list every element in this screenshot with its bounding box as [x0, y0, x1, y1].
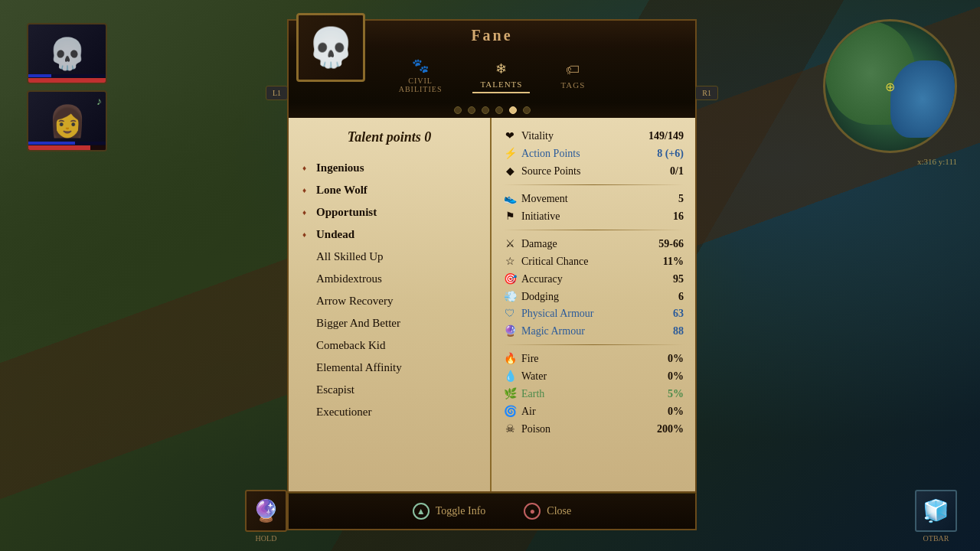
- air-value: 0%: [668, 406, 684, 418]
- fire-value: 0%: [668, 353, 684, 365]
- dodging-label: Dodging: [521, 291, 559, 303]
- talent-bigger-and-better[interactable]: Bigger And Better: [296, 312, 482, 334]
- accuracy-value: 95: [673, 273, 684, 285]
- accuracy-label: Accuracy: [521, 273, 563, 285]
- talent-points-value: 0: [424, 129, 431, 145]
- talent-elemental-affinity[interactable]: Elemental Affinity: [296, 357, 482, 379]
- talent-undead-label: Undead: [316, 228, 354, 241]
- physical-armour-value: 63: [673, 308, 684, 320]
- char-card-1[interactable]: 💀: [27, 23, 107, 84]
- initiative-icon: ⚑: [503, 210, 517, 223]
- tab-civil-abilities[interactable]: 🐾 CIVIL ABILITIES: [391, 54, 450, 96]
- r1-button[interactable]: R1: [695, 86, 718, 100]
- close-button[interactable]: ● Close: [524, 503, 571, 520]
- source-points-value: 0/1: [670, 165, 684, 178]
- vitality-label: Vitality: [521, 130, 554, 142]
- water-label: Water: [521, 370, 547, 383]
- talent-ingenious[interactable]: ♦ Ingenious: [296, 157, 482, 179]
- talent-arrow-recovery[interactable]: Arrow Recovery: [296, 290, 482, 312]
- stat-damage: ⚔ Damage 59-66: [503, 235, 684, 253]
- movement-icon: 👟: [503, 192, 517, 205]
- action-points-label: Action Points: [521, 148, 580, 160]
- earth-icon: 🌿: [503, 387, 517, 400]
- char-card-2[interactable]: 👩 ♪: [27, 90, 107, 152]
- hotbar-right: 🧊 OTBAR: [915, 490, 957, 532]
- talent-lone-wolf[interactable]: ♦ Lone Wolf: [296, 179, 482, 201]
- stat-water: 💧 Water 0%: [503, 367, 684, 385]
- health-bar-1: [28, 78, 106, 83]
- main-panel: 💀 Fane L1 R1 🐾 CIVIL ABILITIES ❄ TALENTS…: [287, 19, 697, 551]
- fire-label: Fire: [521, 353, 539, 365]
- hotbar-left: 🔮 HOLD: [245, 490, 287, 532]
- nav-dot-2[interactable]: [468, 106, 475, 114]
- bottom-bar: ▲ Toggle Info ● Close: [287, 493, 697, 530]
- stat-air: 🌀 Air 0%: [503, 403, 684, 420]
- tab-tags[interactable]: 🏷 TAGS: [553, 59, 593, 93]
- poison-value: 200%: [657, 423, 684, 435]
- action-points-value: 8 (+6): [657, 148, 684, 160]
- stat-action-points: ⚡ Action Points 8 (+6): [503, 145, 684, 162]
- talent-executioner[interactable]: Executioner: [296, 401, 482, 423]
- hotbar-otbar-icon: 🧊: [923, 498, 949, 523]
- nav-dot-6[interactable]: [523, 106, 531, 114]
- stat-initiative: ⚑ Initiative 16: [503, 207, 684, 225]
- nav-dot-4[interactable]: [495, 106, 503, 114]
- source-points-icon: ◆: [503, 165, 517, 178]
- talent-undead[interactable]: ♦ Undead: [296, 223, 482, 246]
- hotbar-hold-slot[interactable]: 🔮 HOLD: [245, 490, 287, 532]
- talent-bigger-and-better-label: Bigger And Better: [316, 317, 400, 330]
- minimap-coords: x:316 y:111: [917, 157, 957, 166]
- stat-physical-armour: 🛡 Physical Armour 63: [503, 305, 684, 322]
- vitality-value: 149/149: [648, 130, 684, 142]
- talent-escapist[interactable]: Escapist: [296, 379, 482, 401]
- l1-button[interactable]: L1: [266, 86, 288, 100]
- talent-ambidextrous[interactable]: Ambidextrous: [296, 268, 482, 290]
- stat-dodging: 💨 Dodging 6: [503, 288, 684, 305]
- source-points-label: Source Points: [521, 165, 580, 178]
- nav-dot-5[interactable]: [509, 106, 517, 114]
- physical-armour-icon: 🛡: [503, 308, 517, 320]
- talent-executioner-label: Executioner: [316, 406, 371, 419]
- hotbar-hold-icon: 🔮: [253, 498, 279, 523]
- talent-comeback-kid-label: Comeback Kid: [316, 339, 385, 352]
- civil-abilities-icon: 🐾: [412, 57, 430, 74]
- talents-panel: Talent points 0 ♦ Ingenious ♦ Lone Wolf …: [289, 118, 492, 491]
- toggle-info-label: Toggle Info: [436, 505, 486, 517]
- physical-armour-label: Physical Armour: [521, 308, 594, 320]
- air-label: Air: [521, 406, 536, 418]
- air-icon: 🌀: [503, 405, 517, 418]
- tags-icon: 🏷: [566, 62, 580, 78]
- talent-arrow-recovery-label: Arrow Recovery: [316, 295, 393, 308]
- poison-label: Poison: [521, 423, 550, 435]
- mana-bar-2: [28, 142, 106, 145]
- character-portrait: 💀: [296, 13, 365, 82]
- critical-chance-value: 11%: [663, 256, 684, 268]
- earth-label: Earth: [521, 388, 544, 400]
- damage-label: Damage: [521, 238, 557, 250]
- talent-ambidextrous-label: Ambidextrous: [316, 272, 382, 285]
- talent-all-skilled-up-label: All Skilled Up: [316, 250, 384, 263]
- minimap-content: ⊕: [825, 21, 955, 151]
- nav-dot-1[interactable]: [454, 106, 462, 114]
- talent-all-skilled-up[interactable]: All Skilled Up: [296, 246, 482, 268]
- poison-icon: ☠: [503, 422, 517, 435]
- talents-label: TALENTS: [480, 80, 522, 89]
- toggle-info-button[interactable]: ▲ Toggle Info: [413, 503, 486, 520]
- talent-bullet-opportunist: ♦: [302, 208, 310, 217]
- movement-value: 5: [678, 193, 684, 205]
- divider-2: [503, 230, 684, 230]
- hotbar-otbar-label: OTBAR: [923, 534, 949, 543]
- talents-icon: ❄: [495, 60, 508, 77]
- damage-icon: ⚔: [503, 237, 517, 250]
- talent-comeback-kid[interactable]: Comeback Kid: [296, 334, 482, 357]
- talent-elemental-affinity-label: Elemental Affinity: [316, 361, 402, 374]
- hotbar-otbar-slot[interactable]: 🧊 OTBAR: [915, 490, 957, 532]
- talent-lone-wolf-label: Lone Wolf: [316, 184, 368, 197]
- earth-value: 5%: [668, 388, 684, 400]
- tab-talents[interactable]: ❄ TALENTS: [472, 57, 530, 93]
- divider-1: [503, 184, 684, 185]
- minimap: ⊕: [823, 19, 957, 153]
- stat-accuracy: 🎯 Accuracy 95: [503, 270, 684, 288]
- talent-opportunist[interactable]: ♦ Opportunist: [296, 201, 482, 223]
- nav-dot-3[interactable]: [482, 106, 489, 114]
